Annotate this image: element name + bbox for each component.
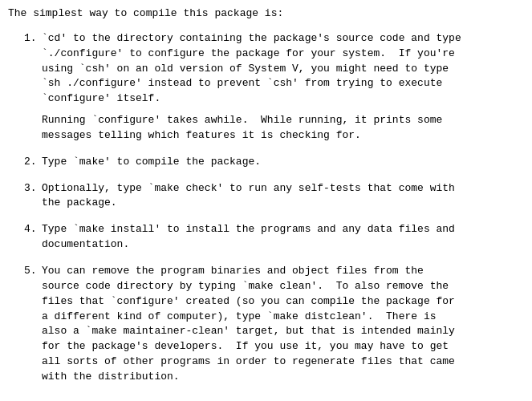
list-item-1-para-1: `cd' to the directory containing the pac…: [42, 31, 524, 107]
intro-text: The simplest way to compile this package…: [8, 6, 524, 22]
list-item-3-para-1: Optionally, type `make check' to run any…: [42, 181, 524, 212]
list-item-3: Optionally, type `make check' to run any…: [24, 181, 524, 212]
list-item-2: Type `make' to compile the package.: [24, 155, 524, 170]
list-item-4: Type `make install' to install the progr…: [24, 222, 524, 253]
list-item-4-para-1: Type `make install' to install the progr…: [42, 222, 524, 253]
list-item-1-para-2: Running `configure' takes awhile. While …: [42, 113, 524, 144]
list-item-2-para-1: Type `make' to compile the package.: [42, 155, 524, 170]
list-item-5-para-1: You can remove the program binaries and …: [42, 264, 524, 385]
list-item-1: `cd' to the directory containing the pac…: [24, 31, 524, 144]
list-item-5: You can remove the program binaries and …: [24, 264, 524, 385]
instructions-list: `cd' to the directory containing the pac…: [8, 31, 524, 385]
